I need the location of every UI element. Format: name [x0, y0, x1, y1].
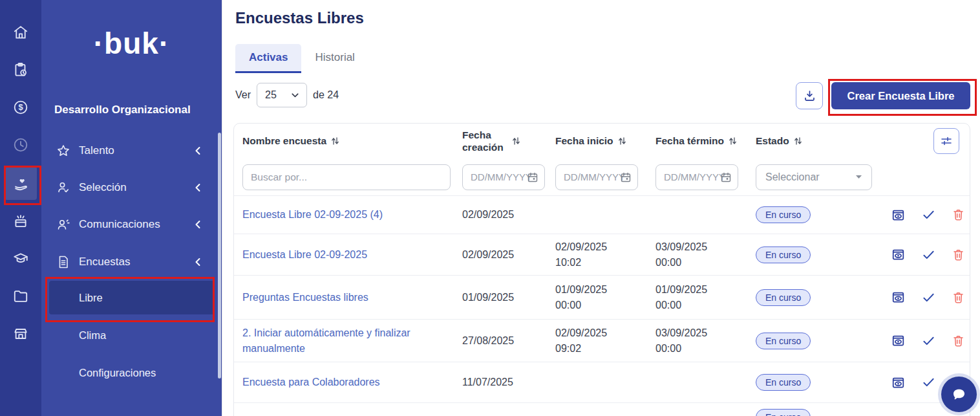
folder-icon	[12, 288, 29, 305]
delete-button[interactable]	[952, 208, 964, 221]
sidebar-subitem-label: Libre	[79, 292, 103, 304]
rail-item-benefits[interactable]	[0, 208, 41, 234]
chat-widget-button[interactable]	[941, 377, 977, 412]
row-actions	[885, 248, 970, 261]
delete-button[interactable]	[952, 248, 964, 261]
graduation-cap-icon	[12, 250, 29, 267]
rail-item-desarrollo[interactable]	[0, 170, 41, 196]
sidebar-item-comunicaciones[interactable]: Comunicaciones	[41, 208, 222, 241]
delete-button[interactable]	[952, 291, 964, 304]
row-actions	[885, 334, 970, 347]
chevron-left-icon	[193, 257, 202, 267]
date-input[interactable]	[556, 165, 626, 190]
chevron-left-icon	[193, 182, 202, 193]
calendar-icon	[620, 171, 632, 183]
preview-button[interactable]	[891, 334, 905, 347]
sort-icon[interactable]	[512, 137, 520, 146]
status-badge: En curso	[756, 333, 811, 349]
preview-button[interactable]	[891, 248, 905, 261]
fecha-creacion-filter[interactable]	[462, 164, 545, 190]
cell-termino: 01/09/2025 00:00	[655, 282, 756, 312]
chevron-down-icon	[292, 93, 299, 98]
cell-creacion: 01/09/2025	[462, 290, 555, 305]
sidebar-subitem-libre[interactable]: Libre	[49, 281, 215, 314]
calendar-icon	[527, 171, 538, 183]
finalize-button[interactable]	[922, 250, 935, 260]
finalize-button[interactable]	[922, 210, 935, 220]
rail-item-history[interactable]	[0, 132, 41, 158]
column-settings-button[interactable]	[933, 128, 959, 154]
home-icon	[12, 24, 29, 41]
finalize-button[interactable]	[922, 292, 935, 303]
cell-inicio: 02/09/2025 09:02	[555, 325, 655, 355]
eye-window-icon	[891, 376, 905, 389]
buk-logo: ·buk·	[41, 26, 222, 61]
survey-name-link[interactable]: 2. Iniciar automáticamente y finalizar m…	[242, 327, 410, 353]
rail-item-home[interactable]	[0, 19, 41, 45]
fecha-termino-filter[interactable]	[655, 164, 738, 190]
sort-icon[interactable]	[729, 137, 737, 146]
sort-icon[interactable]	[331, 137, 339, 146]
tab-historial[interactable]: Historial	[301, 44, 368, 73]
delete-button[interactable]	[952, 334, 964, 347]
status-badge: En curso	[756, 409, 811, 416]
estado-filter-select[interactable]: Seleccionar	[756, 164, 872, 190]
page-size-value: 25	[265, 89, 277, 101]
finalize-button[interactable]	[922, 336, 935, 346]
cell-termino: 03/09/2025 00:00	[655, 239, 756, 269]
sidebar-item-label: Encuestas	[79, 256, 130, 268]
svg-text:$: $	[18, 102, 23, 112]
rail-item-company[interactable]	[0, 321, 41, 347]
tab-activas[interactable]: Activas	[235, 44, 301, 73]
row-actions	[885, 290, 970, 304]
survey-name-link[interactable]: Encuesta Libre 02-09-2025	[242, 249, 379, 260]
sidebar-item-seleccion[interactable]: Selección	[41, 171, 222, 204]
date-input[interactable]	[463, 165, 533, 190]
page-size-row: Ver 25 de 24	[235, 83, 339, 107]
survey-name-link[interactable]: Encuesta para Colaboradores	[242, 377, 392, 388]
trash-icon	[952, 208, 964, 221]
finalize-button[interactable]	[922, 377, 935, 388]
status-badge: En curso	[756, 246, 811, 263]
sort-icon[interactable]	[618, 137, 626, 146]
table-row: Encuesta Libre 02-09-2025 (4) 02/09/2025…	[234, 196, 970, 234]
eye-window-icon	[891, 208, 905, 222]
sidebar-subitem-configuraciones[interactable]: Configuraciones	[49, 356, 215, 389]
download-button[interactable]	[796, 82, 823, 109]
search-input[interactable]	[242, 164, 451, 190]
sidebar-scrollbar-thumb[interactable]	[218, 133, 221, 378]
person-announce-icon	[56, 217, 71, 232]
gift-box-icon	[12, 213, 29, 230]
column-header: Nombre encuesta	[242, 135, 326, 147]
create-survey-button[interactable]: Crear Encuesta Libre	[831, 82, 970, 109]
table-body: Encuesta Libre 02-09-2025 (4) 02/09/2025…	[234, 196, 970, 416]
chat-bubble-icon	[950, 387, 968, 402]
sort-icon[interactable]	[794, 137, 802, 146]
rail-item-training[interactable]	[0, 246, 41, 272]
cell-creacion: 27/08/2025	[462, 333, 555, 348]
survey-name-link[interactable]: Encuesta Libre 02-09-2025 (4)	[242, 209, 394, 220]
clock-icon	[12, 137, 29, 153]
rail-item-documents[interactable]	[0, 283, 41, 309]
trash-icon	[952, 291, 964, 304]
cell-termino: 03/09/2025 00:00	[655, 325, 756, 355]
fecha-inicio-filter[interactable]	[555, 164, 638, 190]
page-size-select[interactable]: 25	[257, 83, 307, 107]
document-icon	[56, 254, 71, 270]
survey-name-link[interactable]	[242, 411, 254, 416]
rail-item-payments[interactable]: $	[0, 94, 41, 120]
column-header: Fecha creación	[462, 129, 507, 154]
rail-item-tasks[interactable]	[0, 57, 41, 83]
preview-button[interactable]	[891, 290, 905, 304]
survey-name-link[interactable]: Preguntas Encuestas libres	[242, 292, 380, 303]
date-input[interactable]	[656, 165, 726, 190]
table-row: En curso	[234, 403, 970, 416]
preview-button[interactable]	[891, 208, 905, 222]
sidebar-subitem-clima[interactable]: Clima	[49, 318, 215, 352]
sidebar-item-talento[interactable]: Talento	[41, 134, 222, 168]
surveys-table: Nombre encuesta Fecha creación Fecha ini…	[233, 123, 970, 416]
page-title: Encuestas Libres	[235, 9, 364, 27]
sidebar-item-label: Talento	[79, 144, 114, 157]
sidebar-item-encuestas[interactable]: Encuestas	[41, 245, 222, 279]
preview-button[interactable]	[891, 376, 905, 389]
